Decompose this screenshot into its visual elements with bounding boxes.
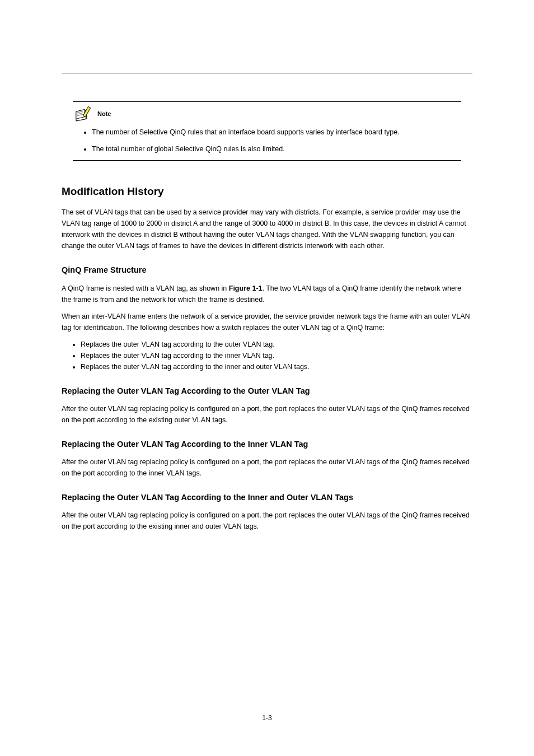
top-horizontal-rule <box>62 73 472 73</box>
list-item: Replaces the outer VLAN tag according to… <box>81 339 472 350</box>
intro-paragraph: The set of VLAN tags that can be used by… <box>62 207 472 251</box>
note-icon <box>73 106 94 122</box>
subheading-replace-outer-by-outer: Replacing the Outer VLAN Tag According t… <box>62 385 472 398</box>
note-bottom-rule <box>73 160 461 161</box>
subheading-replace-outer-by-both: Replacing the Outer VLAN Tag According t… <box>62 491 472 504</box>
qinq-p1-prefix: A QinQ frame is nested with a VLAN tag, … <box>62 284 229 292</box>
page-number: 1-3 <box>0 713 534 724</box>
subheading-replace-outer-by-inner: Replacing the Outer VLAN Tag According t… <box>62 438 472 451</box>
note-box: Note The number of Selective QinQ rules … <box>73 101 461 161</box>
list-item: Replaces the outer VLAN tag according to… <box>81 361 472 372</box>
note-item: The number of Selective QinQ rules that … <box>92 127 461 138</box>
replace-outer-by-outer-paragraph: After the outer VLAN tag replacing polic… <box>62 403 472 426</box>
note-top-rule <box>73 101 461 102</box>
list-item: Replaces the outer VLAN tag according to… <box>81 350 472 361</box>
replace-outer-by-both-paragraph: After the outer VLAN tag replacing polic… <box>62 510 472 532</box>
qinq-paragraph-2: When an inter-VLAN frame enters the netw… <box>62 311 472 333</box>
replace-outer-by-inner-paragraph: After the outer VLAN tag replacing polic… <box>62 456 472 479</box>
note-list: The number of Selective QinQ rules that … <box>73 127 461 155</box>
replace-methods-list: Replaces the outer VLAN tag according to… <box>62 339 472 372</box>
note-item: The total number of global Selective Qin… <box>92 143 461 155</box>
figure-link[interactable]: Figure 1-1 <box>229 284 263 292</box>
subheading-qinq-frame-structure: QinQ Frame Structure <box>62 264 472 277</box>
note-header: Note <box>73 106 461 122</box>
note-label: Note <box>97 109 111 119</box>
section-title-modification-history: Modification History <box>62 183 472 200</box>
qinq-paragraph-1: A QinQ frame is nested with a VLAN tag, … <box>62 283 472 305</box>
